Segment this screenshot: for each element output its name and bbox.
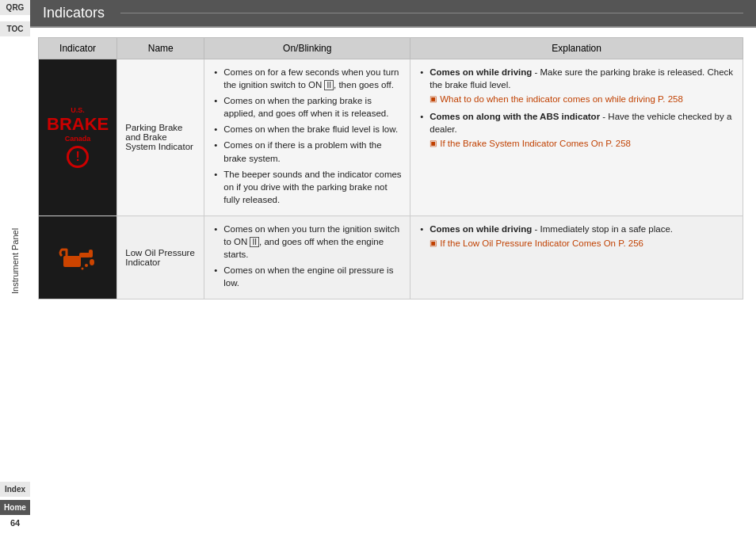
oil-explanation-cell: Comes on while driving - Immediately sto… <box>410 216 743 299</box>
sidebar-page-number: 64 <box>10 518 20 528</box>
brake-on-blinking-cell: Comes on for a few seconds when you turn… <box>204 59 410 216</box>
oil-explanation-list: Comes on while driving - Immediately sto… <box>418 223 735 250</box>
col-indicator: Indicator <box>39 38 117 59</box>
brake-abs-link-text[interactable]: If the Brake System Indicator Comes On P… <box>440 137 631 150</box>
list-item: Comes on for a few seconds when you turn… <box>212 66 402 91</box>
oil-link[interactable]: ▣ If the Low Oil Pressure Indicator Come… <box>430 237 735 250</box>
brake-driving-link[interactable]: ▣ What to do when the indicator comes on… <box>430 93 735 105</box>
sidebar-item-index[interactable]: Index <box>0 482 30 497</box>
sidebar: QRG TOC Instrument Panel Index Home 64 <box>0 0 30 534</box>
svg-rect-0 <box>63 256 81 267</box>
sidebar-instrument-panel-label: Instrument Panel <box>10 40 20 482</box>
link-book-icon-3: ▣ <box>430 238 437 249</box>
oil-indicator-cell <box>39 216 117 299</box>
list-item: Comes on when the parking brake is appli… <box>212 94 402 120</box>
sidebar-item-toc[interactable]: TOC <box>0 21 30 36</box>
brake-indicator-cell: U.S. BRAKE Canada ! <box>39 59 117 216</box>
col-on-blinking: On/Blinking <box>204 38 410 59</box>
page-title-bar: Indicators <box>30 0 756 28</box>
svg-point-5 <box>82 268 84 270</box>
col-name: Name <box>117 38 204 59</box>
col-explanation: Explanation <box>410 38 743 59</box>
svg-rect-1 <box>79 253 90 257</box>
table-row-brake: U.S. BRAKE Canada ! Parking Brake and Br… <box>39 59 743 216</box>
brake-driving-link-text[interactable]: What to do when the indicator comes on w… <box>440 93 683 105</box>
oil-pressure-icon <box>57 242 98 272</box>
brake-on-blinking-list: Comes on for a few seconds when you turn… <box>212 66 402 206</box>
brake-name-cell: Parking Brake and Brake System Indicator <box>117 59 204 216</box>
table-row-oil: Low Oil Pressure Indicator Comes on when… <box>39 216 743 299</box>
brake-text-label: BRAKE <box>47 116 109 133</box>
svg-point-3 <box>90 259 94 265</box>
table-header-row: Indicator Name On/Blinking Explanation <box>39 38 743 59</box>
brake-indicator-icon: U.S. BRAKE Canada ! <box>47 106 109 168</box>
explanation-item: Comes on along with the ABS indicator - … <box>418 110 735 150</box>
explanation-bold: Comes on while driving <box>430 67 532 77</box>
list-item: The beeper sounds and the indicator come… <box>212 168 402 206</box>
sidebar-item-home[interactable]: Home <box>0 500 30 515</box>
indicators-table: Indicator Name On/Blinking Explanation U… <box>38 37 743 299</box>
brake-us-label: U.S. <box>71 106 85 114</box>
explanation-bold: Comes on while driving <box>430 224 532 234</box>
main-content: Indicators Indicator Name On/Blinking Ex… <box>30 0 756 534</box>
content-area: Indicator Name On/Blinking Explanation U… <box>30 28 756 534</box>
link-book-icon: ▣ <box>430 93 437 105</box>
page-title: Indicators <box>43 5 105 21</box>
sidebar-item-qrg[interactable]: QRG <box>0 0 30 15</box>
svg-point-4 <box>85 264 88 267</box>
brake-name-text: Parking Brake and Brake System Indicator <box>125 123 193 151</box>
brake-exclamation-icon: ! <box>67 146 89 168</box>
oil-on-blinking-list: Comes on when you turn the ignition swit… <box>212 223 402 289</box>
list-item: Comes on when you turn the ignition swit… <box>212 223 402 261</box>
explanation-bold: Comes on along with the ABS indicator <box>430 112 600 121</box>
oil-name-cell: Low Oil Pressure Indicator <box>117 216 204 299</box>
brake-explanation-cell: Comes on while driving - Make sure the p… <box>410 59 743 216</box>
title-divider <box>120 13 743 13</box>
list-item: Comes on when the brake fluid level is l… <box>212 123 402 135</box>
explanation-normal: - Immediately stop in a safe place. <box>535 224 674 234</box>
explanation-item: Comes on while driving - Make sure the p… <box>418 66 735 105</box>
oil-name-text: Low Oil Pressure Indicator <box>125 248 195 267</box>
link-book-icon-2: ▣ <box>430 138 437 149</box>
brake-explanation-list: Comes on while driving - Make sure the p… <box>418 66 735 151</box>
brake-abs-link[interactable]: ▣ If the Brake System Indicator Comes On… <box>430 137 735 150</box>
brake-canada-label: Canada <box>65 135 91 143</box>
svg-rect-2 <box>89 250 93 257</box>
list-item: Comes on when the engine oil pressure is… <box>212 264 402 289</box>
oil-link-text[interactable]: If the Low Oil Pressure Indicator Comes … <box>440 237 643 250</box>
oil-on-blinking-cell: Comes on when you turn the ignition swit… <box>204 216 410 299</box>
explanation-item: Comes on while driving - Immediately sto… <box>418 223 735 250</box>
list-item: Comes on if there is a problem with the … <box>212 139 402 164</box>
